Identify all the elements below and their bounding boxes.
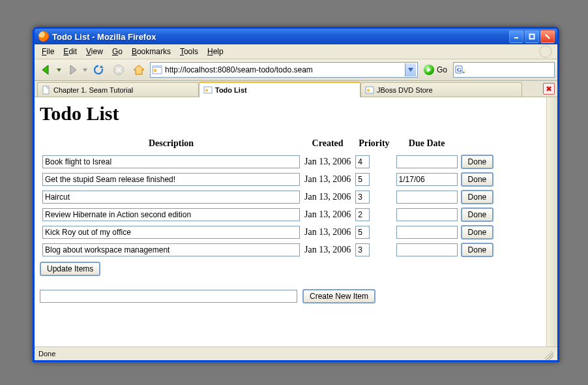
update-items-button[interactable]: Update Items	[40, 262, 100, 276]
created-cell: Jan 13, 2006	[302, 154, 353, 170]
done-button[interactable]: Done	[461, 172, 494, 187]
tab-jboss-dvd[interactable]: JBoss DVD Store	[360, 82, 522, 97]
svg-marker-17	[427, 67, 431, 72]
create-item-button[interactable]: Create New Item	[302, 289, 375, 303]
table-row: Jan 13, 2006Done	[42, 172, 494, 187]
priority-input[interactable]	[355, 191, 370, 204]
browser-window: Todo List - Mozilla Firefox File Edit Vi…	[33, 27, 559, 362]
tab-label: Todo List	[215, 86, 247, 94]
nav-forward-button[interactable]	[63, 61, 81, 79]
nav-reload-button[interactable]	[89, 61, 108, 79]
description-input[interactable]	[42, 243, 300, 256]
forward-history-dropdown[interactable]	[83, 68, 87, 72]
priority-input[interactable]	[355, 173, 370, 186]
search-engine-icon[interactable]: G	[455, 65, 465, 75]
seam-favicon-icon	[365, 85, 374, 95]
menu-bookmarks[interactable]: Bookmarks	[127, 46, 175, 57]
created-cell: Jan 13, 2006	[302, 189, 353, 205]
go-button[interactable]: Go	[420, 65, 451, 75]
tab-seam-tutorial[interactable]: Chapter 1. Seam Tutorial	[37, 82, 199, 97]
tab-label: Chapter 1. Seam Tutorial	[53, 86, 133, 94]
svg-marker-6	[70, 65, 76, 74]
window-minimize-button[interactable]	[509, 30, 523, 43]
table-row: Jan 13, 2006Done	[42, 224, 494, 240]
due-date-input[interactable]	[396, 226, 458, 239]
description-input[interactable]	[42, 155, 300, 168]
status-text: Done	[38, 350, 55, 358]
created-cell: Jan 13, 2006	[302, 224, 353, 240]
menu-tools[interactable]: Tools	[175, 46, 203, 57]
svg-point-23	[205, 89, 208, 91]
due-date-input[interactable]	[396, 243, 458, 256]
table-row: Jan 13, 2006Done	[42, 154, 494, 170]
seam-favicon-icon	[203, 85, 213, 95]
menu-file[interactable]: File	[37, 46, 59, 57]
svg-rect-1	[530, 35, 535, 39]
menu-view[interactable]: View	[81, 46, 108, 57]
window-titlebar: Todo List - Mozilla Firefox	[35, 29, 557, 44]
done-button[interactable]: Done	[461, 155, 494, 169]
menu-go[interactable]: Go	[108, 46, 127, 57]
due-date-input[interactable]	[396, 173, 458, 186]
due-date-input[interactable]	[396, 191, 458, 204]
url-history-dropdown[interactable]	[405, 63, 416, 76]
go-label: Go	[437, 65, 447, 74]
due-date-input[interactable]	[396, 208, 458, 221]
resize-grip-icon[interactable]	[544, 351, 553, 360]
nav-stop-button[interactable]	[110, 61, 128, 79]
page-icon	[42, 85, 51, 95]
due-date-input[interactable]	[396, 155, 458, 168]
created-cell: Jan 13, 2006	[302, 242, 353, 258]
priority-input[interactable]	[355, 155, 370, 168]
window-title: Todo List - Mozilla Firefox	[52, 32, 509, 42]
page-content: Todo List Description Created Priority D…	[35, 97, 547, 346]
svg-marker-20	[463, 72, 465, 74]
menu-edit[interactable]: Edit	[59, 46, 81, 57]
nav-back-button[interactable]	[37, 61, 55, 79]
svg-line-3	[546, 35, 550, 38]
table-row: Jan 13, 2006Done	[42, 207, 494, 223]
nav-home-button[interactable]	[130, 61, 148, 79]
description-input[interactable]	[42, 173, 300, 186]
window-maximize-button[interactable]	[525, 30, 539, 43]
search-bar: G	[453, 62, 555, 78]
activity-indicator-icon	[539, 45, 552, 58]
done-button[interactable]: Done	[461, 243, 494, 257]
site-favicon-icon	[152, 65, 162, 75]
menubar: File Edit View Go Bookmarks Tools Help	[35, 44, 557, 59]
priority-input[interactable]	[355, 226, 370, 239]
done-button[interactable]: Done	[461, 190, 494, 204]
tab-todo-list[interactable]: Todo List	[199, 82, 360, 97]
new-item-input[interactable]	[40, 290, 297, 303]
description-input[interactable]	[42, 208, 300, 221]
done-button[interactable]: Done	[461, 225, 494, 239]
go-icon	[424, 65, 434, 75]
svg-marker-4	[42, 65, 48, 74]
content-viewport: Todo List Description Created Priority D…	[35, 97, 557, 346]
menu-help[interactable]: Help	[203, 46, 228, 57]
tab-label: JBoss DVD Store	[377, 86, 433, 94]
col-description: Description	[42, 138, 301, 152]
tab-strip: Chapter 1. Seam Tutorial Todo List JBoss…	[35, 81, 557, 97]
done-button[interactable]: Done	[461, 208, 494, 222]
svg-marker-16	[408, 68, 413, 72]
firefox-icon	[38, 31, 49, 42]
table-row: Jan 13, 2006Done	[42, 189, 494, 205]
description-input[interactable]	[42, 191, 300, 204]
priority-input[interactable]	[355, 208, 370, 221]
page-heading: Todo List	[40, 102, 542, 125]
col-created: Created	[302, 138, 353, 152]
created-cell: Jan 13, 2006	[302, 207, 353, 223]
col-priority: Priority	[355, 138, 393, 152]
description-input[interactable]	[42, 226, 300, 239]
svg-marker-5	[57, 69, 61, 72]
priority-input[interactable]	[355, 243, 370, 256]
nav-toolbar: Go G	[35, 59, 557, 81]
back-history-dropdown[interactable]	[57, 68, 61, 72]
close-tab-button[interactable]	[543, 83, 555, 95]
search-input[interactable]	[467, 64, 553, 76]
url-input[interactable]	[164, 64, 404, 76]
svg-point-15	[154, 69, 157, 72]
vertical-scrollbar[interactable]	[546, 97, 557, 346]
window-close-button[interactable]	[540, 30, 555, 43]
